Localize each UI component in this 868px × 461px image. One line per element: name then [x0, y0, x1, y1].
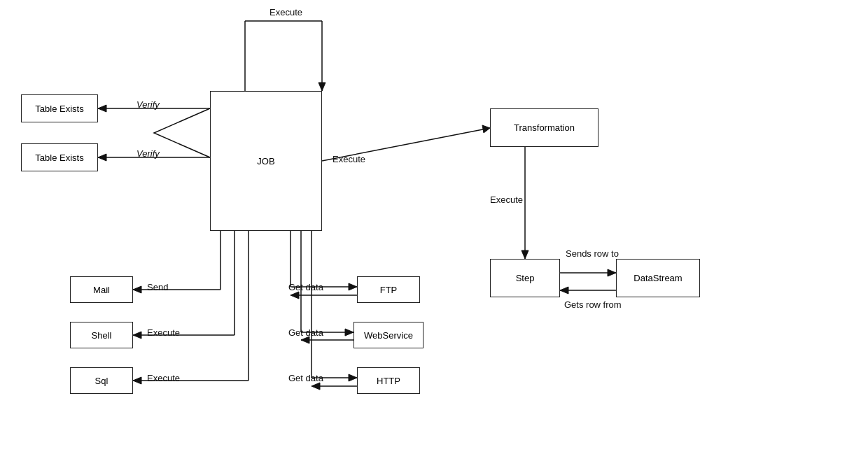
execute-shell-label: Execute	[147, 327, 180, 338]
execute-sql-label: Execute	[147, 373, 180, 383]
http-box: HTTP	[357, 367, 420, 394]
svg-marker-11	[560, 287, 568, 294]
table-exists-2-box: Table Exists	[21, 143, 98, 171]
sql-label: Sql	[95, 376, 108, 386]
http-label: HTTP	[377, 376, 400, 386]
ftp-box: FTP	[357, 276, 420, 303]
svg-marker-9	[608, 269, 616, 276]
execute-transform-label: Execute	[490, 194, 523, 205]
webservice-label: WebService	[364, 330, 413, 341]
svg-marker-26	[133, 377, 141, 384]
verify-1-label: Verify	[136, 99, 160, 110]
table-exists-2-label: Table Exists	[35, 153, 83, 163]
shell-label: Shell	[92, 330, 112, 341]
transformation-label: Transformation	[514, 122, 575, 133]
shell-box: Shell	[70, 322, 133, 348]
step-label: Step	[516, 273, 535, 283]
diagram-container: JOB Transformation Step DataStream Table…	[0, 0, 868, 461]
transformation-box: Transformation	[490, 108, 598, 147]
svg-marker-31	[290, 292, 299, 299]
step-box: Step	[490, 259, 560, 297]
verify-2-label: Verify	[136, 148, 160, 159]
table-exists-1-label: Table Exists	[35, 104, 83, 114]
job-label: JOB	[257, 156, 274, 166]
execute-top-label: Execute	[270, 7, 302, 17]
getdata-ws-label: Get data	[288, 327, 323, 338]
getdata-http-label: Get data	[288, 373, 323, 383]
sends-row-to-label: Sends row to	[566, 248, 619, 259]
webservice-box: WebService	[354, 322, 424, 348]
sql-box: Sql	[70, 367, 133, 394]
send-mail-label: Send	[147, 282, 168, 292]
ftp-label: FTP	[380, 285, 398, 295]
gets-row-from-label: Gets row from	[564, 299, 622, 310]
svg-marker-20	[133, 286, 141, 293]
svg-marker-39	[349, 374, 357, 381]
svg-marker-29	[349, 283, 357, 290]
svg-marker-41	[312, 383, 320, 390]
execute-right-label: Execute	[332, 154, 365, 164]
svg-marker-17	[98, 154, 106, 161]
getdata-ftp-label: Get data	[288, 282, 323, 292]
svg-marker-23	[133, 332, 141, 339]
mail-label: Mail	[93, 285, 110, 295]
svg-marker-34	[345, 329, 354, 336]
job-box: JOB	[210, 91, 322, 231]
table-exists-1-box: Table Exists	[21, 94, 98, 122]
svg-marker-5	[482, 125, 490, 133]
svg-marker-14	[98, 105, 106, 112]
datastream-box: DataStream	[616, 259, 700, 297]
svg-marker-7	[522, 250, 528, 259]
datastream-label: DataStream	[634, 273, 682, 283]
svg-marker-3	[318, 83, 326, 91]
mail-box: Mail	[70, 276, 133, 303]
